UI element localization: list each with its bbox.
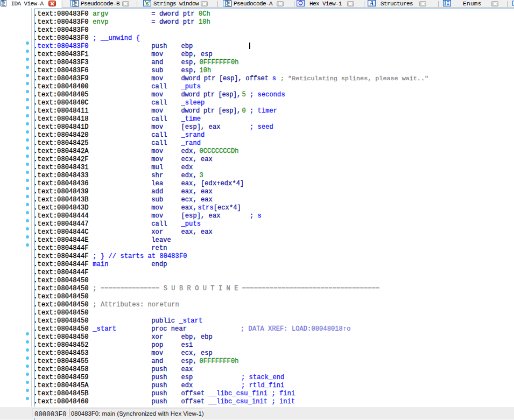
svg-text:s: s	[145, 1, 149, 6]
svg-text:A: A	[369, 0, 374, 6]
